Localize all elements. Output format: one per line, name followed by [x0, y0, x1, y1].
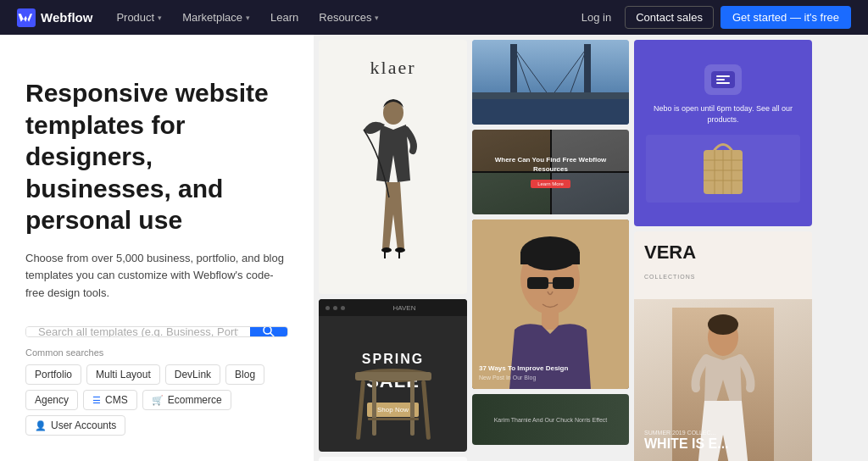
login-button[interactable]: Log in: [575, 11, 618, 24]
vera-collections: COLLECTIONS: [634, 274, 812, 280]
tag-multi-layout[interactable]: Multi Layout: [86, 364, 160, 385]
tag-ecommerce[interactable]: 🛒 Ecommerce: [142, 390, 231, 410]
nav-items: Product ▾ Marketplace ▾ Learn Resources …: [106, 0, 574, 35]
chevron-down-icon: ▾: [246, 14, 250, 22]
svg-rect-13: [410, 380, 415, 436]
haven-dot-2: [333, 306, 337, 310]
template-col-2: Where Can You Find Free Webflow Resource…: [472, 40, 629, 461]
logo-text: Webflow: [41, 10, 92, 25]
search-button[interactable]: [250, 326, 287, 337]
hero-subtitle: Choose from over 5,000 business, portfol…: [25, 250, 288, 303]
haven-dot-1: [326, 306, 330, 310]
get-started-button[interactable]: Get started — it's free: [721, 6, 851, 29]
fashion-model-illustration: [355, 87, 431, 265]
cms-icon: ☰: [92, 395, 101, 406]
bridge-svg: [472, 40, 629, 125]
navbar: Webflow Product ▾ Marketplace ▾ Learn Re…: [0, 0, 868, 35]
tag-devlink[interactable]: DevLink: [165, 364, 220, 385]
stool-illustration: [342, 342, 444, 452]
template-klaer[interactable]: klaer: [319, 40, 467, 294]
tag-agency[interactable]: Agency: [25, 390, 78, 410]
vera-brand: VERA: [634, 231, 812, 274]
svg-rect-9: [355, 372, 431, 380]
template-nebo[interactable]: Nebo is open until 6pm today. See all ou…: [634, 40, 812, 226]
svg-rect-7: [398, 250, 400, 258]
resources-cta: Learn More: [531, 180, 570, 188]
hero-panel: Responsive website templates for designe…: [0, 35, 314, 461]
svg-line-2: [270, 333, 274, 336]
cart-icon: 🛒: [152, 395, 164, 406]
nav-marketplace[interactable]: Marketplace ▾: [172, 0, 260, 35]
svg-rect-21: [584, 44, 591, 99]
template-blog[interactable]: 37 Ways To Improve Design New Post In Ou…: [472, 219, 629, 389]
nebo-bar-2: [716, 79, 725, 81]
template-haven[interactable]: HAVEN: [319, 299, 467, 452]
user-icon: 👤: [35, 420, 47, 431]
search-input[interactable]: [26, 326, 250, 337]
svg-rect-6: [384, 250, 386, 258]
svg-rect-11: [421, 380, 431, 440]
common-searches-label: Common searches: [25, 347, 288, 358]
tag-blog[interactable]: Blog: [225, 364, 264, 385]
templates-grid: klaer: [314, 35, 868, 461]
nav-right: Log in Contact sales Get started — it's …: [575, 6, 851, 29]
tag-portfolio[interactable]: Portfolio: [25, 364, 81, 385]
summer-text: SUMMER 2019 COLLEC...: [644, 430, 802, 436]
bag-illustration: [693, 135, 753, 203]
nebo-bars: [716, 75, 730, 84]
search-icon: [262, 326, 275, 337]
svg-rect-23: [472, 99, 629, 125]
svg-rect-12: [372, 380, 376, 436]
main-content: Responsive website templates for designe…: [0, 35, 868, 461]
tag-cms[interactable]: ☰ CMS: [83, 390, 137, 410]
haven-header: HAVEN: [319, 299, 467, 316]
nav-learn[interactable]: Learn: [260, 0, 309, 35]
nebo-bag-area: [646, 135, 800, 203]
haven-dot-3: [341, 306, 345, 310]
template-watch[interactable]: Karim Tharnie And Our Chuck Norris Effec…: [472, 394, 629, 445]
template-webflow-resources[interactable]: Where Can You Find Free Webflow Resource…: [472, 130, 629, 214]
svg-rect-27: [520, 252, 580, 264]
tags-container: Portfolio Multi Layout DevLink Blog Agen…: [25, 364, 288, 436]
templates-preview: klaer: [314, 35, 868, 461]
vera-image-area: SUMMER 2019 COLLEC... WHITE IS E...: [634, 299, 812, 461]
nav-resources[interactable]: Resources ▾: [309, 0, 389, 35]
nebo-bar-1: [716, 75, 730, 77]
svg-rect-14: [368, 418, 419, 420]
hero-title: Responsive website templates for designe…: [25, 77, 288, 236]
svg-rect-31: [542, 313, 559, 330]
svg-rect-28: [527, 277, 548, 289]
nebo-icon: [711, 71, 735, 88]
svg-rect-20: [510, 44, 517, 99]
nav-product[interactable]: Product ▾: [106, 0, 172, 35]
nebo-bar-3: [716, 82, 730, 84]
logo[interactable]: Webflow: [17, 8, 92, 27]
template-col-1: klaer: [319, 40, 467, 461]
svg-point-4: [381, 247, 392, 253]
chevron-down-icon: ▾: [375, 14, 379, 22]
svg-point-41: [708, 314, 738, 335]
chevron-down-icon: ▾: [158, 14, 162, 22]
svg-rect-22: [472, 92, 629, 99]
svg-rect-10: [355, 380, 364, 440]
contact-sales-button[interactable]: Contact sales: [625, 6, 714, 29]
nebo-description: Nebo is open until 6pm today. See all ou…: [646, 103, 800, 126]
template-arrivals[interactable]: Latest Arrivals: [319, 457, 467, 461]
template-vera[interactable]: VERA COLLECTIONS: [634, 231, 812, 461]
tag-user-accounts[interactable]: 👤 User Accounts: [25, 415, 125, 436]
klaer-brand: klaer: [370, 57, 416, 79]
resources-title: Where Can You Find Free Webflow Resource…: [479, 155, 622, 174]
white-is-title: WHITE IS E...: [644, 436, 802, 452]
svg-rect-29: [553, 277, 574, 289]
template-col-3: Nebo is open until 6pm today. See all ou…: [634, 40, 812, 461]
template-bridge[interactable]: [472, 40, 629, 125]
haven-brand: HAVEN: [393, 304, 416, 312]
search-bar: [25, 326, 288, 337]
nebo-icon-container: [704, 64, 742, 95]
vera-text-overlay: SUMMER 2019 COLLEC... WHITE IS E...: [644, 430, 802, 452]
